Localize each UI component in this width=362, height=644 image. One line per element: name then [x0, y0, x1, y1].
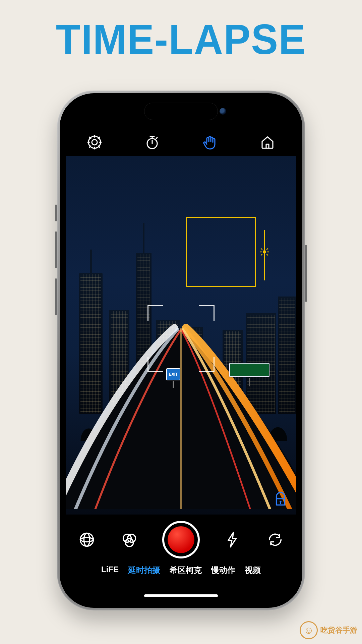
app-watermark — [272, 491, 289, 509]
sphere-icon — [78, 531, 96, 548]
dynamic-island — [144, 103, 218, 120]
bolt-icon — [224, 531, 241, 548]
page-watermark: ☺ 吃货谷手游 — [300, 621, 357, 639]
af-brackets — [147, 305, 215, 372]
focus-indicator[interactable] — [186, 217, 256, 287]
flash-button[interactable] — [223, 530, 242, 549]
side-button-vol-up — [55, 231, 57, 268]
screen: EXIT — [66, 99, 296, 602]
record-icon — [168, 526, 194, 553]
phone-frame: EXIT — [57, 91, 305, 610]
record-button[interactable] — [162, 521, 200, 558]
home-indicator[interactable] — [144, 594, 218, 597]
gallery-button[interactable] — [77, 530, 96, 549]
viewfinder[interactable]: EXIT — [66, 156, 296, 515]
filters-icon — [121, 531, 138, 548]
home-button[interactable] — [259, 133, 276, 151]
gear-icon — [86, 134, 103, 150]
home-icon — [259, 134, 276, 150]
highway-sign — [229, 363, 269, 377]
side-button-power — [305, 245, 307, 302]
mode-video[interactable]: 视频 — [245, 565, 261, 576]
mode-slowmo[interactable]: 慢动作 — [211, 565, 235, 576]
mode-life[interactable]: LiFE — [101, 565, 119, 576]
sun-icon — [259, 247, 269, 257]
filters-button[interactable] — [120, 530, 139, 549]
side-button-vol-down — [55, 278, 57, 315]
svg-point-5 — [80, 533, 94, 546]
mascot-icon: ☺ — [300, 621, 318, 639]
side-button-silence — [55, 205, 57, 221]
hand-icon — [202, 134, 218, 150]
mode-selector[interactable]: LiFE 延时拍摄 希区柯克 慢动作 视频 — [66, 565, 296, 579]
settings-button[interactable] — [86, 133, 103, 151]
gesture-button[interactable] — [201, 133, 219, 151]
switch-camera-button[interactable] — [266, 530, 285, 549]
exposure-slider[interactable] — [259, 247, 269, 258]
switch-icon — [266, 531, 284, 548]
bottom-controls: LiFE 延时拍摄 希区柯克 慢动作 视频 — [66, 515, 296, 602]
hero-title: TIME-LAPSE — [0, 15, 362, 64]
mode-hitchcock[interactable]: 希区柯克 — [170, 565, 202, 576]
svg-point-3 — [263, 250, 266, 254]
mode-timelapse[interactable]: 延时拍摄 — [128, 565, 160, 576]
stopwatch-icon — [144, 134, 160, 150]
svg-point-1 — [88, 136, 101, 148]
page-watermark-label: 吃货谷手游 — [320, 625, 357, 635]
svg-point-0 — [92, 140, 97, 145]
timer-button[interactable] — [143, 133, 161, 151]
svg-point-6 — [84, 533, 90, 546]
svg-point-4 — [280, 501, 281, 502]
